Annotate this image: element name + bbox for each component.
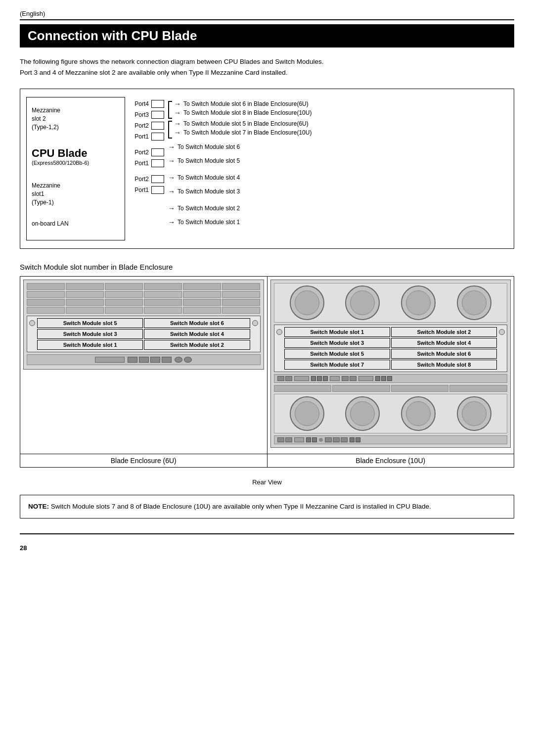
slot2-10u: Switch Module slot 2 xyxy=(391,327,497,337)
enclosure-10u: Switch Module slot 1 Switch Module slot … xyxy=(267,277,514,454)
port2-onboard-entry: Port2 xyxy=(130,175,164,183)
slot6-10u: Switch Module slot 6 xyxy=(391,349,497,359)
port1-mezz2-entry: Port1 xyxy=(130,133,164,141)
slot1-6u: Switch Module slot 1 xyxy=(37,340,143,350)
port2-onboard-arrow: To Switch Module slot 2 xyxy=(178,205,240,212)
cpu-title: CPU Blade xyxy=(32,147,120,160)
note-prefix: NOTE: xyxy=(28,503,49,510)
slot3-10u: Switch Module slot 3 xyxy=(284,338,390,348)
slot7-10u: Switch Module slot 7 xyxy=(284,360,390,370)
port1-mezz2-arrow: To Switch Module slot 5 xyxy=(178,157,240,164)
enclosure-6u: Switch Module slot 5 Switch Module slot … xyxy=(20,277,267,454)
intro-text: The following figure shows the network c… xyxy=(20,56,514,78)
enclosure-10u-graphic: Switch Module slot 1 Switch Module slot … xyxy=(270,280,511,448)
port4-entry: Port4 xyxy=(130,100,164,108)
mezzanine-slot1-label: Mezzanine xyxy=(32,182,60,190)
port3-arrow2: To Switch Module slot 7 in Blade Enclosu… xyxy=(183,129,312,136)
port2-mezz2-entry: Port2 xyxy=(130,122,164,130)
slot3-6u: Switch Module slot 3 xyxy=(37,329,143,339)
port2-mezz2-arrow: To Switch Module slot 6 xyxy=(178,143,240,150)
enclosure-10u-label: Blade Enclosure (10U) xyxy=(267,454,514,467)
port2-mezz1-entry: Port2 xyxy=(130,148,164,156)
slot1-10u: Switch Module slot 1 xyxy=(284,327,390,337)
port4-arrow2: To Switch Module slot 8 in Blade Enclosu… xyxy=(183,109,312,116)
port4-arrow1: To Switch Module slot 6 in Blade Enclosu… xyxy=(183,100,309,107)
page-number: 28 xyxy=(20,544,514,552)
rear-view-label: Rear View xyxy=(20,477,514,487)
port1-onboard-arrow: To Switch Module slot 1 xyxy=(178,219,240,226)
slot4-10u: Switch Module slot 4 xyxy=(391,338,497,348)
connection-diagram: Mezzanine slot 2 (Type-1,2) CPU Blade (E… xyxy=(20,89,514,249)
note-box: NOTE: Switch Module slots 7 and 8 of Bla… xyxy=(20,495,514,519)
cpu-subtitle: (Express5800/120Bb-6) xyxy=(32,160,120,166)
slot5-6u: Switch Module slot 5 xyxy=(37,318,143,328)
section-title: Connection with CPU Blade xyxy=(20,24,514,47)
blade-section-title: Switch Module slot number in Blade Enclo… xyxy=(20,263,514,271)
port3-entry: Port3 xyxy=(130,111,164,119)
port3-arrow1: To Switch Module slot 5 in Blade Enclosu… xyxy=(183,120,309,127)
onboard-lan-label: on-board LAN xyxy=(32,220,69,227)
note-text: Switch Module slots 7 and 8 of Blade Enc… xyxy=(49,503,431,510)
port1-mezz1-entry: Port1 xyxy=(130,159,164,167)
slot4-6u: Switch Module slot 4 xyxy=(144,329,250,339)
slot2-6u: Switch Module slot 2 xyxy=(144,340,250,350)
port1-onboard-entry: Port1 xyxy=(130,186,164,194)
port1-mezz1-arrow: To Switch Module slot 3 xyxy=(178,188,240,195)
slot6-6u: Switch Module slot 6 xyxy=(144,318,250,328)
ports-column: Port4 Port3 Port2 Port1 Port2 P xyxy=(125,100,164,240)
enclosure-6u-graphic: Switch Module slot 5 Switch Module slot … xyxy=(23,280,264,370)
cpu-blade-box: Mezzanine slot 2 (Type-1,2) CPU Blade (E… xyxy=(26,97,125,240)
slot5-10u: Switch Module slot 5 xyxy=(284,349,390,359)
port2-mezz1-arrow: To Switch Module slot 4 xyxy=(178,174,240,181)
language-label: (English) xyxy=(20,10,514,17)
slot8-10u: Switch Module slot 8 xyxy=(391,360,497,370)
arrows-column: → To Switch Module slot 6 in Blade Enclo… xyxy=(164,100,508,240)
enclosure-6u-label: Blade Enclosure (6U) xyxy=(20,454,267,467)
enclosures-wrapper: Switch Module slot 5 Switch Module slot … xyxy=(20,276,514,468)
mezzanine-slot2-label: Mezzanine xyxy=(32,106,60,115)
